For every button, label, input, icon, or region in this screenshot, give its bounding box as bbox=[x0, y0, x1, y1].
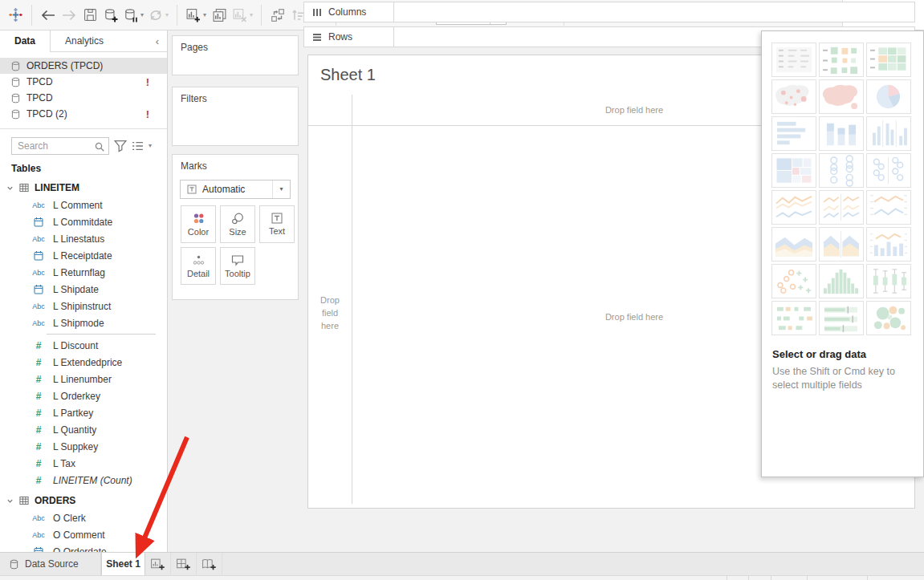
showme-continuous-lines-button[interactable] bbox=[771, 190, 816, 225]
view-as-list-button[interactable]: ▾ bbox=[132, 140, 152, 152]
showme-packed-bubbles-button[interactable] bbox=[866, 301, 911, 335]
symbol-map-icon bbox=[772, 80, 816, 113]
showme-box-and-whisker-button[interactable] bbox=[866, 264, 911, 298]
datasource-item[interactable]: TPCD (2)! bbox=[0, 106, 167, 122]
tab-data[interactable]: Data bbox=[0, 30, 50, 52]
field-item[interactable]: O Orderdate bbox=[0, 543, 167, 552]
showme-histogram-button[interactable] bbox=[819, 264, 864, 298]
filter-icon[interactable] bbox=[114, 140, 127, 152]
showme-continuous-area-button[interactable] bbox=[771, 227, 816, 262]
showme-circle-views-button[interactable] bbox=[819, 153, 864, 188]
new-story-button[interactable] bbox=[197, 553, 222, 575]
field-item[interactable]: L Commitdate bbox=[0, 213, 167, 230]
table-header[interactable]: LINEITEM bbox=[0, 179, 167, 197]
columns-icon bbox=[312, 8, 322, 17]
columns-shelf-drop-area[interactable] bbox=[394, 2, 914, 22]
new-worksheet-caret-icon[interactable]: ▾ bbox=[203, 11, 206, 18]
count-type-icon: # bbox=[29, 475, 48, 486]
table-header[interactable]: ORDERS bbox=[0, 492, 167, 509]
tab-data-source[interactable]: Data Source bbox=[0, 553, 101, 575]
field-item[interactable]: #L Tax bbox=[0, 455, 167, 472]
datasource-name: TPCD bbox=[26, 76, 53, 87]
showme-highlight-table-button[interactable] bbox=[866, 43, 911, 77]
pause-auto-updates-button[interactable]: ▾ bbox=[121, 4, 146, 26]
text-icon bbox=[271, 213, 283, 224]
sheet-tab-bar: Data Source Sheet 1 bbox=[0, 552, 924, 575]
number-type-icon: # bbox=[29, 424, 48, 436]
field-item[interactable]: AbcL Returnflag bbox=[0, 264, 167, 281]
error-badge: ! bbox=[146, 76, 149, 88]
mark-type-dropdown[interactable]: Automatic ▾ bbox=[180, 180, 291, 199]
showme-stacked-bars-button[interactable] bbox=[819, 116, 864, 151]
field-item[interactable]: L Shipdate bbox=[0, 281, 167, 298]
undo-button[interactable] bbox=[38, 4, 59, 26]
showme-side-by-side-bars-button[interactable] bbox=[866, 116, 911, 151]
collapse-chevron-icon[interactable] bbox=[6, 185, 14, 192]
field-item[interactable]: AbcO Comment bbox=[0, 526, 167, 543]
showme-discrete-lines-button[interactable] bbox=[819, 190, 864, 225]
datasource-item[interactable]: TPCD! bbox=[0, 74, 167, 90]
swap-rows-columns-button[interactable] bbox=[267, 4, 288, 26]
pages-shelf[interactable]: Pages bbox=[172, 35, 299, 75]
field-item[interactable]: AbcL Linestatus bbox=[0, 230, 167, 247]
showme-dual-lines-button[interactable] bbox=[866, 190, 911, 225]
color-button[interactable]: Color bbox=[181, 205, 216, 243]
side-by-side-circles-icon bbox=[867, 154, 910, 187]
field-item[interactable]: AbcL Shipmode bbox=[0, 314, 167, 331]
tab-sheet-1[interactable]: Sheet 1 bbox=[101, 553, 145, 575]
field-item[interactable]: #L Quantity bbox=[0, 421, 167, 438]
size-button[interactable]: Size bbox=[220, 205, 255, 243]
showme-treemap-button[interactable] bbox=[771, 153, 816, 188]
sheet-title: Sheet 1 bbox=[320, 66, 376, 84]
showme-side-by-side-circles-button[interactable] bbox=[866, 153, 911, 188]
toolbar-divider bbox=[261, 5, 262, 26]
field-item[interactable]: AbcO Clerk bbox=[0, 509, 167, 526]
field-item[interactable]: AbcL Shipinstruct bbox=[0, 298, 167, 314]
table-group: LINEITEMAbcL CommentL CommitdateAbcL Lin… bbox=[0, 179, 167, 489]
showme-gantt-button[interactable] bbox=[771, 301, 816, 335]
scatter-plot-icon bbox=[772, 265, 816, 298]
showme-horizontal-bars-button[interactable] bbox=[771, 116, 816, 151]
showme-text-table-button[interactable] bbox=[771, 43, 816, 77]
field-item[interactable]: #L Linenumber bbox=[0, 371, 167, 387]
field-item[interactable]: #L Suppkey bbox=[0, 438, 167, 455]
showme-heat-map-button[interactable] bbox=[819, 43, 864, 77]
drop-field-left[interactable]: Drop field here bbox=[314, 294, 346, 332]
new-dashboard-button[interactable] bbox=[171, 553, 197, 575]
tab-analytics[interactable]: Analytics bbox=[50, 30, 118, 51]
field-item[interactable]: #L Extendedprice bbox=[0, 354, 167, 371]
table-group: ORDERSAbcO ClerkAbcO CommentO Orderdate bbox=[0, 492, 167, 552]
text-button[interactable]: Text bbox=[259, 205, 295, 243]
showme-pie-chart-button[interactable] bbox=[866, 79, 911, 114]
detail-button[interactable]: Detail bbox=[181, 247, 216, 285]
new-worksheet-tab-button[interactable] bbox=[145, 553, 171, 575]
filters-shelf[interactable]: Filters bbox=[172, 87, 299, 146]
mark-type-caret-icon[interactable]: ▾ bbox=[272, 180, 290, 198]
field-item[interactable]: #LINEITEM (Count) bbox=[0, 472, 167, 489]
datasource-item[interactable]: ORDERS (TPCD) bbox=[0, 58, 167, 74]
new-worksheet-button[interactable]: ▾ bbox=[183, 4, 209, 26]
field-item[interactable]: #L Orderkey bbox=[0, 387, 167, 404]
field-item[interactable]: L Receiptdate bbox=[0, 247, 167, 264]
pause-auto-updates-caret-icon[interactable]: ▾ bbox=[140, 11, 144, 18]
showme-dual-combination-button[interactable] bbox=[866, 227, 911, 262]
collapse-chevron-icon[interactable] bbox=[6, 497, 14, 505]
field-label: L Discount bbox=[48, 340, 98, 351]
field-item[interactable]: #L Discount bbox=[0, 337, 167, 354]
new-data-source-button[interactable] bbox=[100, 4, 121, 26]
duplicate-sheet-button[interactable] bbox=[209, 4, 230, 26]
field-item[interactable]: AbcL Comment bbox=[0, 197, 167, 213]
showme-symbol-map-button[interactable] bbox=[771, 79, 816, 114]
text-type-icon: Abc bbox=[29, 514, 48, 522]
tooltip-button[interactable]: Tooltip bbox=[220, 247, 255, 285]
datasource-item[interactable]: TPCD bbox=[0, 90, 167, 106]
save-button[interactable] bbox=[79, 4, 100, 26]
showme-filled-map-button[interactable] bbox=[819, 79, 864, 114]
showme-scatter-plot-button[interactable] bbox=[771, 264, 816, 298]
redo-button[interactable] bbox=[59, 4, 79, 26]
showme-discrete-area-button[interactable] bbox=[819, 227, 864, 262]
text-table-icon bbox=[772, 43, 816, 76]
collapse-pane-button[interactable]: ‹ bbox=[148, 30, 167, 51]
showme-bullet-graph-button[interactable] bbox=[819, 301, 864, 335]
field-item[interactable]: #L Partkey bbox=[0, 404, 167, 421]
